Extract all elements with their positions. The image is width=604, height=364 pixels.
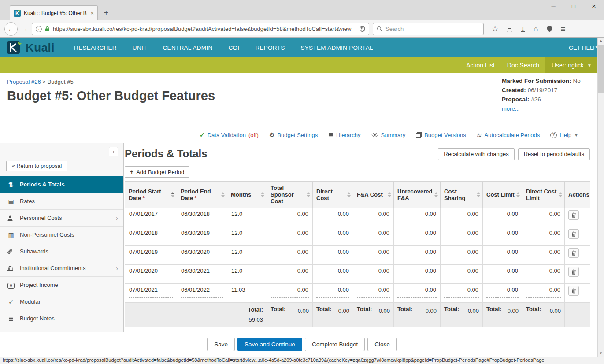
fa-cost-input[interactable]: 0.00 bbox=[357, 286, 390, 298]
col-header-direct-cost[interactable]: Direct Cost bbox=[313, 182, 353, 208]
downloads-icon[interactable]: ↓ bbox=[521, 26, 525, 32]
help-menu[interactable]: ? Help ▼ bbox=[550, 132, 578, 138]
sort-icon[interactable] bbox=[388, 192, 391, 197]
search-box[interactable] bbox=[373, 23, 484, 35]
shield-icon[interactable] bbox=[547, 26, 552, 32]
delete-period-button[interactable] bbox=[568, 210, 579, 220]
data-validation-button[interactable]: ✓ Data Validation (off) bbox=[200, 132, 259, 138]
reset-defaults-button[interactable]: Reset to period defaults bbox=[518, 148, 590, 160]
unrecovered-fa-input[interactable]: 0.00 bbox=[397, 267, 437, 279]
more-link[interactable]: more... bbox=[502, 105, 519, 112]
scrollbar-thumb[interactable] bbox=[598, 45, 604, 93]
fa-cost-input[interactable]: 0.00 bbox=[357, 248, 390, 260]
hierarchy-button[interactable]: ≣ Hierarchy bbox=[328, 132, 360, 138]
budget-settings-button[interactable]: ⚙ Budget Settings bbox=[269, 132, 318, 138]
period-end-input[interactable]: 06/30/2020 bbox=[181, 248, 223, 260]
sort-icon[interactable] bbox=[516, 192, 520, 197]
period-start-input[interactable]: 07/01/2017 bbox=[129, 210, 173, 222]
close-button[interactable]: Close bbox=[367, 338, 397, 351]
save-and-continue-button[interactable]: Save and Continue bbox=[237, 338, 302, 351]
home-icon[interactable]: ⌂ bbox=[534, 25, 538, 33]
col-header-fa-cost[interactable]: F&A Cost bbox=[353, 182, 394, 208]
cost-limit-input[interactable]: 0.00 bbox=[486, 286, 519, 298]
fa-cost-input[interactable]: 0.00 bbox=[357, 229, 390, 241]
sort-icon[interactable] bbox=[261, 192, 264, 197]
url-text[interactable]: https://siue-sbx.kuali.co/res/kc-pd-krad… bbox=[53, 26, 356, 32]
fa-cost-input[interactable]: 0.00 bbox=[357, 267, 390, 279]
user-menu[interactable]: User: nglick ▼ bbox=[545, 57, 598, 73]
delete-period-button[interactable] bbox=[568, 267, 579, 277]
total-sponsor-input[interactable]: 0.00 bbox=[271, 229, 309, 241]
sidebar-item-rates[interactable]: ▤ Rates bbox=[0, 193, 123, 210]
save-button[interactable]: Save bbox=[207, 338, 235, 351]
window-maximize-button[interactable]: □ bbox=[563, 0, 584, 13]
col-header-cost-sharing[interactable]: Cost Sharing bbox=[441, 182, 483, 208]
sort-icon[interactable] bbox=[559, 192, 562, 197]
cost-sharing-input[interactable]: 0.00 bbox=[444, 229, 479, 241]
col-header-unrecovered-fa[interactable]: Unrecovered F&A bbox=[394, 182, 441, 208]
sort-icon[interactable] bbox=[221, 192, 225, 197]
sort-icon[interactable] bbox=[477, 192, 480, 197]
cost-limit-input[interactable]: 0.00 bbox=[486, 248, 519, 260]
cost-limit-input[interactable]: 0.00 bbox=[486, 267, 519, 279]
direct-cost-limit-input[interactable]: 0.00 bbox=[526, 210, 561, 222]
doc-search-link[interactable]: Doc Search bbox=[501, 57, 545, 73]
tab-close-icon[interactable]: × bbox=[90, 10, 94, 16]
cost-sharing-input[interactable]: 0.00 bbox=[444, 267, 479, 279]
sort-icon[interactable] bbox=[434, 192, 438, 197]
recalculate-button[interactable]: Recalculate with changes bbox=[438, 148, 514, 160]
scroll-up-icon[interactable]: ▲ bbox=[598, 38, 604, 44]
nav-coi[interactable]: COI bbox=[228, 45, 239, 51]
unrecovered-fa-input[interactable]: 0.00 bbox=[397, 229, 437, 241]
fa-cost-input[interactable]: 0.00 bbox=[357, 210, 390, 222]
col-header-period-end[interactable]: Period End Date* bbox=[177, 182, 227, 208]
nav-central-admin[interactable]: CENTRAL ADMIN bbox=[163, 45, 213, 51]
bookmark-star-icon[interactable]: ☆ bbox=[492, 25, 498, 33]
direct-cost-input[interactable]: 0.00 bbox=[316, 267, 349, 279]
budget-versions-button[interactable]: Budget Versions bbox=[416, 132, 466, 138]
back-button[interactable]: ← bbox=[4, 22, 18, 36]
sort-icon[interactable] bbox=[171, 192, 174, 197]
nav-system-admin-portal[interactable]: SYSTEM ADMIN PORTAL bbox=[301, 45, 373, 51]
summary-button[interactable]: Summary bbox=[371, 132, 406, 138]
period-start-input[interactable]: 07/01/2018 bbox=[129, 229, 173, 241]
return-to-proposal-button[interactable]: « Return to proposal bbox=[6, 161, 67, 171]
sidebar-item-subawards[interactable]: Subawards bbox=[0, 243, 123, 260]
autocalculate-periods-button[interactable]: ≋ Autocalculate Periods bbox=[477, 132, 540, 138]
nav-researcher[interactable]: RESEARCHER bbox=[74, 45, 117, 51]
delete-period-button[interactable] bbox=[568, 286, 579, 296]
total-sponsor-input[interactable]: 0.00 bbox=[271, 286, 309, 298]
delete-period-button[interactable] bbox=[568, 248, 579, 258]
reload-icon[interactable] bbox=[359, 26, 365, 32]
sidebar-item-periods-totals[interactable]: ⇅ Periods & Totals bbox=[0, 176, 123, 193]
col-header-total-sponsor-cost[interactable]: Total Sponsor Cost bbox=[267, 182, 313, 208]
period-end-input[interactable]: 06/30/2019 bbox=[181, 229, 223, 241]
sidebar-collapse-button[interactable]: ‹ bbox=[109, 147, 118, 156]
browser-tab[interactable]: K Kuali :: Budget #5: Other Budget Featu… bbox=[10, 5, 98, 20]
sidebar-item-budget-notes[interactable]: ≣ Budget Notes bbox=[0, 310, 123, 327]
period-start-input[interactable]: 07/01/2020 bbox=[129, 267, 173, 279]
col-header-months[interactable]: Months bbox=[227, 182, 267, 208]
sidebar-item-institutional-commitments[interactable]: Institutional Commitments › bbox=[0, 260, 123, 277]
direct-cost-limit-input[interactable]: 0.00 bbox=[526, 229, 561, 241]
period-end-input[interactable]: 06/30/2018 bbox=[181, 210, 223, 222]
sort-icon[interactable] bbox=[307, 192, 310, 197]
sidebar-item-budget-summary[interactable]: ▦ Budget Summary bbox=[0, 327, 123, 332]
forward-button[interactable]: → bbox=[21, 25, 28, 33]
unrecovered-fa-input[interactable]: 0.00 bbox=[397, 286, 437, 298]
sidebar-item-personnel-costs[interactable]: Personnel Costs › bbox=[0, 210, 123, 227]
kuali-logo[interactable]: Kuali bbox=[7, 41, 55, 55]
direct-cost-limit-input[interactable]: 0.00 bbox=[526, 286, 561, 298]
scroll-down-icon[interactable]: ▼ bbox=[598, 350, 604, 357]
unrecovered-fa-input[interactable]: 0.00 bbox=[397, 210, 437, 222]
unrecovered-fa-input[interactable]: 0.00 bbox=[397, 248, 437, 260]
nav-unit[interactable]: UNIT bbox=[133, 45, 147, 51]
cost-limit-input[interactable]: 0.00 bbox=[486, 210, 519, 222]
direct-cost-input[interactable]: 0.00 bbox=[316, 286, 349, 298]
direct-cost-limit-input[interactable]: 0.00 bbox=[526, 248, 561, 260]
direct-cost-limit-input[interactable]: 0.00 bbox=[526, 267, 561, 279]
total-sponsor-input[interactable]: 0.00 bbox=[271, 267, 309, 279]
menu-icon[interactable]: ≡ bbox=[561, 25, 566, 33]
total-sponsor-input[interactable]: 0.00 bbox=[271, 210, 309, 222]
cost-sharing-input[interactable]: 0.00 bbox=[444, 286, 479, 298]
